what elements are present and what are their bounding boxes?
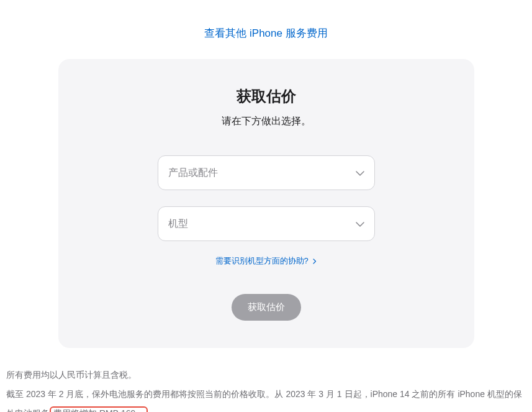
footer-line2: 截至 2023 年 2 月底，保外电池服务的费用都将按照当前的价格收取。从 20… bbox=[6, 385, 526, 412]
model-select-wrapper: 机型 bbox=[158, 206, 375, 241]
chevron-down-icon bbox=[356, 218, 364, 229]
other-service-fees-link[interactable]: 查看其他 iPhone 服务费用 bbox=[204, 27, 327, 39]
footer-text-section: 所有费用均以人民币计算且含税。 截至 2023 年 2 月底，保外电池服务的费用… bbox=[6, 348, 526, 412]
chevron-right-icon bbox=[313, 257, 317, 266]
help-link-section: 需要识别机型方面的协助? bbox=[83, 255, 449, 267]
help-link-text: 需要识别机型方面的协助? bbox=[215, 256, 309, 265]
header-link-section: 查看其他 iPhone 服务费用 bbox=[6, 0, 526, 59]
get-estimate-button[interactable]: 获取估价 bbox=[232, 294, 301, 321]
footer-highlight-annotation: 费用将增加 RMB 169。 bbox=[50, 406, 148, 412]
product-select-wrapper: 产品或配件 bbox=[158, 155, 375, 190]
estimate-card: 获取估价 请在下方做出选择。 产品或配件 机型 需要识别机型方面的协助? bbox=[58, 59, 474, 348]
chevron-down-icon bbox=[356, 167, 364, 178]
card-title: 获取估价 bbox=[83, 86, 449, 106]
card-subtitle: 请在下方做出选择。 bbox=[83, 115, 449, 128]
identify-model-help-link[interactable]: 需要识别机型方面的协助? bbox=[215, 256, 317, 265]
model-select[interactable]: 机型 bbox=[158, 206, 375, 241]
footer-line1: 所有费用均以人民币计算且含税。 bbox=[6, 365, 526, 385]
product-select[interactable]: 产品或配件 bbox=[158, 155, 375, 190]
product-select-placeholder: 产品或配件 bbox=[168, 167, 218, 180]
model-select-placeholder: 机型 bbox=[168, 217, 188, 231]
